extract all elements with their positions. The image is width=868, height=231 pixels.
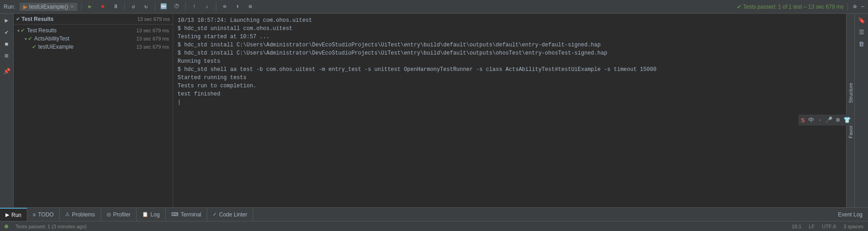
tab-run-icon: ▶	[5, 212, 9, 218]
status-lf: LF	[809, 224, 815, 229]
main-area: ▶ ✔ ■ ⊞ 📌 ✔ Test Results 13 sec 679 ms ▾…	[0, 14, 868, 207]
ime-table-button[interactable]: ⊞	[835, 116, 841, 124]
ime-toolbar: S 中 · 🎤 ⊞ 👕	[798, 115, 853, 126]
close-tab-icon[interactable]: ✕	[70, 4, 74, 9]
expand-down-button[interactable]: ↓	[202, 2, 212, 12]
tab-problems[interactable]: ⚠ Problems	[60, 208, 101, 221]
play-button[interactable]: ▶	[85, 2, 95, 12]
tab-run-label: Run	[11, 212, 21, 218]
tree-label-test: testUiExample	[38, 44, 136, 50]
panel-title: Test Results	[21, 16, 53, 22]
ime-s-button[interactable]: S	[800, 116, 806, 124]
stop-button[interactable]: ■	[98, 2, 108, 12]
tab-log[interactable]: 📋 Log	[137, 208, 166, 221]
tab-terminal-icon: ⌨	[171, 211, 179, 217]
sort-duration-button[interactable]: ⏱	[172, 2, 182, 12]
pass-check-icon: ✔	[737, 4, 741, 10]
tree-item-root[interactable]: ▾ ✔ Test Results 13 sec 679 ms	[14, 26, 173, 35]
tab-log-icon: 📋	[142, 211, 148, 217]
toolbar-separator-6	[848, 3, 848, 11]
bottom-tabs: ▶ Run ≡ TODO ⚠ Problems ◎ Profiler 📋 Log…	[0, 207, 868, 221]
test-tree: ▾ ✔ Test Results 13 sec 679 ms ▾ ✔ ActsA…	[14, 25, 173, 207]
tab-code-linter-icon: ✓	[213, 211, 217, 217]
toolbar-separator-3	[155, 3, 155, 11]
toolbar-separator-4	[185, 3, 186, 11]
ime-shirt-button[interactable]: 👕	[842, 116, 852, 124]
tab-profiler-icon: ◎	[107, 211, 111, 217]
rerun-all-button[interactable]: ↻	[141, 2, 151, 12]
ime-dot-button[interactable]: ·	[817, 116, 822, 124]
bookmark-right-icon[interactable]: 🔖	[857, 15, 867, 25]
grid-left-icon[interactable]: ⊞	[2, 51, 12, 61]
top-toolbar: Run: ▶ testUiExample() ✕ ▶ ■ ⏸ ↺ ↻ 🔤 ⏱ ↑…	[0, 0, 868, 14]
filter-import-button[interactable]: ⚙	[245, 2, 255, 12]
run-tab-icon: ▶	[23, 4, 27, 10]
tab-terminal[interactable]: ⌨ Terminal	[166, 208, 207, 221]
left-icon-bar: ▶ ✔ ■ ⊞ 📌	[0, 14, 14, 207]
sort-alpha-button[interactable]: 🔤	[159, 2, 169, 12]
expand-up-button[interactable]: ↑	[189, 2, 199, 12]
trash-right-icon[interactable]: 🗑	[857, 39, 867, 49]
tab-profiler-label: Profiler	[113, 211, 131, 218]
filter-button[interactable]: ⊖	[220, 2, 230, 12]
tab-todo[interactable]: ≡ TODO	[27, 208, 60, 221]
ime-mic-button[interactable]: 🎤	[824, 116, 833, 124]
filter-export-button[interactable]: ⬆	[233, 2, 243, 12]
tree-check-acts: ✔	[28, 35, 32, 42]
event-log-button[interactable]: Event Log	[832, 208, 868, 221]
rerun-failed-button[interactable]: ↺	[128, 2, 138, 12]
tab-code-linter-label: Code Linter	[219, 211, 247, 218]
tree-check-root: ✔	[20, 27, 25, 34]
tree-check-test: ✔	[32, 44, 36, 50]
tree-arrow-root: ▾	[17, 28, 20, 33]
tree-time-root: 13 sec 679 ms	[136, 28, 169, 33]
structure-sidebar: Structure Favorites	[846, 14, 854, 207]
tab-todo-icon: ≡	[33, 212, 36, 217]
stop-left-icon[interactable]: ■	[2, 39, 12, 49]
play-left-icon[interactable]: ▶	[2, 15, 12, 25]
ime-cn-button[interactable]: 中	[807, 116, 815, 125]
console-output: 10/13 10:57:24: Launching com.ohos.uites…	[173, 14, 846, 207]
status-position: 16:1	[792, 224, 802, 229]
tree-time-test: 13 sec 679 ms	[136, 44, 169, 50]
test-panel: ✔ Test Results 13 sec 679 ms ▾ ✔ Test Re…	[14, 14, 173, 207]
tree-item-test[interactable]: ✔ testUiExample 13 sec 679 ms	[14, 43, 173, 51]
tree-label-acts: ActsAbilityTest	[34, 35, 136, 42]
status-indent: 3 spaces	[843, 224, 863, 229]
tab-code-linter[interactable]: ✓ Code Linter	[207, 208, 253, 221]
tab-terminal-label: Terminal	[181, 211, 201, 218]
run-tab[interactable]: ▶ testUiExample() ✕	[20, 3, 77, 11]
check-left-icon[interactable]: ✔	[2, 27, 12, 37]
tab-profiler[interactable]: ◎ Profiler	[101, 208, 137, 221]
tree-item-acts[interactable]: ▾ ✔ ActsAbilityTest 13 sec 679 ms	[14, 35, 173, 43]
test-status: ✔ Tests passed: 1 of 1 test – 13 sec 679…	[737, 4, 844, 10]
pause-button[interactable]: ⏸	[111, 2, 121, 12]
tab-log-label: Log	[151, 211, 160, 218]
tab-run[interactable]: ▶ Run	[0, 208, 27, 221]
tree-arrow-acts: ▾	[25, 36, 27, 41]
toolbar-separator-2	[124, 3, 125, 11]
status-text: Tests passed: 1 of 1 test – 13 sec 679 m…	[743, 4, 844, 10]
minimize-icon[interactable]: —	[861, 4, 864, 10]
structure-label[interactable]: Structure	[848, 79, 853, 107]
event-log-label: Event Log	[838, 211, 863, 218]
status-right: 16:1 LF UTF-8 3 spaces	[792, 224, 863, 229]
tree-time-acts: 13 sec 679 ms	[136, 36, 169, 41]
tab-problems-icon: ⚠	[65, 211, 70, 217]
status-encoding: UTF-8	[822, 224, 836, 229]
test-panel-header: ✔ Test Results 13 sec 679 ms	[14, 14, 173, 25]
run-label: Run:	[4, 4, 15, 10]
settings-icon[interactable]: ⚙	[853, 3, 857, 10]
pin-left-icon[interactable]: 📌	[2, 66, 12, 76]
bottom-spacer	[253, 208, 832, 221]
layout-right-icon[interactable]: ☰	[857, 27, 867, 37]
status-message: Tests passed: 1 (3 minutes ago)	[15, 224, 87, 229]
run-tab-name: testUiExample()	[29, 4, 68, 10]
right-icon-bar: 🔖 ☰ 🗑	[854, 14, 868, 207]
tab-todo-label: TODO	[38, 211, 53, 218]
tree-label-root: Test Results	[27, 27, 136, 34]
status-dot-icon	[5, 225, 8, 228]
panel-check-icon: ✔	[16, 15, 20, 22]
panel-time: 13 sec 679 ms	[137, 16, 170, 22]
toolbar-separator-1	[81, 3, 82, 11]
